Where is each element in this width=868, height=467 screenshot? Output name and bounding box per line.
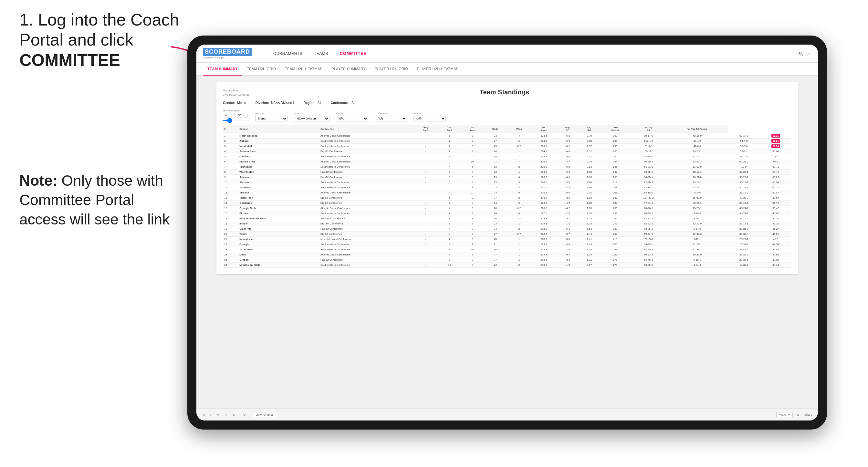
cell-reg-rank: - <box>414 252 438 257</box>
nav-tournaments[interactable]: TOURNAMENTS <box>265 44 308 63</box>
cell-points: 40.38 <box>760 257 792 262</box>
table-row: 4 Arizona State Pac-12 Conference - 1 9 … <box>223 149 792 154</box>
rounds-slider[interactable] <box>223 120 249 121</box>
cell-avg-rd: 259 <box>600 200 630 206</box>
cell-low-overall: 91-6-0 <box>630 144 666 149</box>
sign-out[interactable]: Sign out <box>793 52 811 56</box>
table-row: 17 East Tennessee State Southern Confere… <box>223 216 792 221</box>
cell-points: 68.7 <box>760 159 792 164</box>
division-select[interactable]: NCAA Division I NCAA Division II NCAA Di… <box>294 116 330 121</box>
toolbar-forward[interactable]: ▷ <box>208 412 213 417</box>
cell-no-tour: 7 <box>461 242 483 247</box>
toolbar-back[interactable]: ◁ <box>201 412 206 417</box>
cell-no-tour: 10 <box>461 159 483 164</box>
tablet: SCOREBOARD Powered by clippd TOURNAMENTS… <box>187 35 827 430</box>
cell-vs25: 27-17-1 <box>728 221 760 226</box>
cell-school: Duke <box>238 252 319 257</box>
committee-bold: COMMITTEE <box>20 51 120 69</box>
cell-avg-sg: -4.4 <box>557 159 579 164</box>
app-header: SCOREBOARD Powered by clippd TOURNAMENTS… <box>196 44 818 63</box>
cell-reg-rank: - <box>414 211 438 216</box>
sub-nav-player-h2h-grid[interactable]: PLAYER H2H GRID <box>370 62 412 75</box>
cell-reg-rank: - <box>414 180 438 185</box>
cell-avg-sg: -5.1 <box>557 216 579 221</box>
cell-avg-sg: -4.0 <box>557 200 579 206</box>
control-gender: Gender Men's Women's <box>255 112 287 121</box>
cell-conf: Atlantic Coast Conference <box>319 190 414 195</box>
toolbar-sep2 <box>250 412 250 417</box>
sub-nav-player-summary[interactable]: PLAYER SUMMARY <box>327 62 370 75</box>
cell-reg-rank: - <box>414 200 438 206</box>
cell-vs25: 10-30-0 <box>728 262 760 268</box>
cell-reg-rank: - <box>414 154 438 159</box>
main-content: Update time: 27/03/2024 16:56:26 Team St… <box>196 75 818 408</box>
cell-avg-rd: 268 <box>600 175 630 180</box>
cell-low-overall: 72-30-1 <box>630 180 666 185</box>
cell-low-overall: 66-40-1 <box>630 257 666 262</box>
sub-nav-player-h2h-heatmap[interactable]: PLAYER H2H HEATMAP <box>412 62 463 75</box>
nav-items: TOURNAMENTS TEAMS COMMITTEE <box>265 44 793 63</box>
nav-committee[interactable]: COMMITTEE <box>334 44 372 63</box>
sub-nav-team-summary[interactable]: TEAM SUMMARY <box>203 63 242 75</box>
cell-no-tour: 8 <box>461 200 483 206</box>
cell-points: 87.21 <box>760 138 792 144</box>
cell-wins: 2 <box>507 226 531 231</box>
toolbar-share[interactable]: ⬆ <box>223 412 229 417</box>
view-original-btn[interactable]: View: Original <box>253 412 276 417</box>
cell-avg-sg2: 1.98 <box>579 169 600 175</box>
bottom-toolbar: ◁ ▷ ↺ ⬆ ⊕ ⊙ View: Original Watch ▾ ⊞ Sha… <box>196 408 818 421</box>
school-select[interactable]: (All) <box>413 116 446 121</box>
min-rounds-input[interactable] <box>223 113 235 118</box>
toolbar-bookmark[interactable]: ⊕ <box>231 412 237 417</box>
cell-avg-sg2: 2.52 <box>579 149 600 154</box>
cell-no-tour: 9 <box>461 211 483 216</box>
cell-avg-sg2: 1.85 <box>579 195 600 200</box>
cell-reg-rank: - <box>414 144 438 149</box>
cell-low-overall: 92-40-3 <box>630 247 666 252</box>
cell-rank: 23 <box>223 247 238 252</box>
cell-avg-rd: 262 <box>600 154 630 159</box>
control-school: School (All) <box>413 112 446 121</box>
conference-select[interactable]: (All) <box>375 116 407 121</box>
cell-reg-rank: - <box>414 159 438 164</box>
gender-select[interactable]: Men's Women's <box>255 116 287 121</box>
cell-conf: Southeastern Conference <box>319 262 414 268</box>
cell-conf-rank: 4 <box>438 190 462 195</box>
cell-avg-rd: 221 <box>600 252 630 257</box>
min-rounds-max-input[interactable] <box>236 113 247 118</box>
filter-division: Division: NCAA Division I <box>255 101 294 105</box>
cell-avg-sg: -0.4 <box>557 252 579 257</box>
cell-rank: 12 <box>223 190 238 195</box>
cell-adj-score: 273.5 <box>531 133 557 138</box>
cell-points: 46.16 <box>760 216 792 221</box>
watch-btn[interactable]: Watch ▾ <box>776 412 793 417</box>
cell-no-tour: 9 <box>461 133 483 138</box>
share-label[interactable]: Share <box>803 412 813 417</box>
cell-reg-rank: - <box>414 138 438 144</box>
toolbar-aa[interactable]: ⊙ <box>242 412 247 417</box>
cell-reg-rank: - <box>414 262 438 268</box>
cell-avg-rd: 262 <box>600 169 630 175</box>
cell-no-tour: 9 <box>461 257 483 262</box>
toolbar-expand[interactable]: ⊞ <box>795 412 801 417</box>
cell-conf: Pac-12 Conference <box>319 226 414 231</box>
cell-wins: 7 <box>507 159 531 164</box>
toolbar-reload[interactable]: ↺ <box>216 412 221 417</box>
cell-reg-rank: - <box>414 149 438 154</box>
region-select[interactable]: N/A All <box>336 116 368 121</box>
cell-no-tour: 8 <box>461 144 483 149</box>
nav-teams[interactable]: TEAMS <box>308 44 334 63</box>
cell-rank: 21 <box>223 237 238 242</box>
cell-record: 30-4-0 <box>666 138 728 144</box>
cell-record: 9-18-1 <box>666 257 728 262</box>
cell-avg-sg2: 1.80 <box>579 200 600 206</box>
sub-nav-team-h2h-grid[interactable]: TEAM H2H GRID <box>242 62 280 75</box>
cell-no-tour: 9 <box>461 237 483 242</box>
cell-low-overall: 83-25-1 <box>630 226 666 231</box>
cell-avg-sg: -5.8 <box>557 237 579 242</box>
control-conference: Conference (All) <box>375 112 407 121</box>
cell-school: Ole Miss <box>238 154 319 159</box>
cell-points: 60.57 <box>760 190 792 195</box>
sub-nav-team-h2h-heatmap[interactable]: TEAM H2H HEATMAP <box>280 62 327 75</box>
cell-rnds: 23 <box>483 169 507 175</box>
